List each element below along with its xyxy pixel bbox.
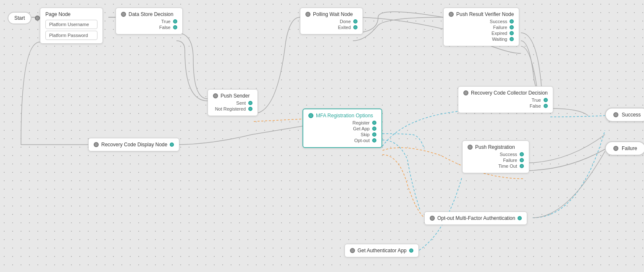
push-result-verifier-title: Push Result Verifier Node: [456, 11, 514, 17]
get-authenticator-node[interactable]: Get Authenticator App: [344, 244, 419, 257]
opt-out-mfa-output-dot: [518, 216, 522, 220]
push-sender-input-dot: [213, 93, 218, 98]
pr-timeout-port: Time Out: [468, 164, 524, 169]
push-registration-node[interactable]: Push Registration Success Failure Time O…: [462, 140, 529, 173]
data-store-decision-title: Data Store Decision: [129, 11, 173, 17]
page-node[interactable]: Page Node Platform Username Platform Pas…: [40, 8, 103, 44]
polling-exited-port: Exited: [305, 25, 357, 30]
rcc-false-port: False: [463, 103, 548, 108]
push-sender-ports: Sent Not Registered: [213, 100, 252, 111]
data-store-decision-node[interactable]: Data Store Decision True False: [116, 8, 183, 34]
platform-password-field: Platform Password: [45, 31, 97, 40]
polling-wait-input-dot: [305, 12, 310, 17]
push-result-input-dot: [449, 12, 454, 17]
mfa-register-port: Register: [308, 120, 376, 125]
mfa-ports: Register Get App Skip Opt-out: [308, 120, 376, 143]
get-auth-output-dot: [409, 248, 413, 253]
pr-success-port: Success: [468, 152, 524, 157]
rcc-true-port: True: [463, 98, 548, 103]
mfa-get-app-port: Get App: [308, 126, 376, 131]
push-sender-sent-port: Sent: [213, 100, 252, 106]
polling-done-port: Done: [305, 19, 357, 24]
opt-out-mfa-title: Opt-out Multi-Factor Authentication: [437, 215, 515, 221]
recovery-code-collector-ports: True False: [463, 98, 548, 108]
polling-wait-node[interactable]: Polling Wait Node Done Exited: [300, 8, 363, 34]
mfa-skip-port: Skip: [308, 132, 376, 137]
mfa-opt-out-dot: [372, 138, 376, 143]
mfa-skip-dot: [372, 132, 376, 137]
mfa-registration-node[interactable]: MFA Registration Options Register Get Ap…: [302, 108, 382, 148]
push-result-failure-dot: [510, 25, 514, 29]
opt-out-mfa-input-dot: [430, 216, 435, 221]
rcd-title: Recovery Code Display Node: [101, 142, 167, 148]
recovery-code-collector-input-dot: [463, 90, 468, 95]
push-result-expired-port: Expired: [449, 31, 514, 36]
push-sender-node[interactable]: Push Sender Sent Not Registered: [208, 89, 258, 116]
start-output-dot: [35, 16, 40, 21]
push-registration-input-dot: [468, 145, 473, 150]
push-registration-title: Push Registration: [475, 144, 515, 150]
recovery-code-display-node[interactable]: Recovery Code Display Node: [88, 138, 179, 151]
data-store-false-dot: [173, 25, 177, 29]
get-auth-input-dot: [350, 248, 355, 253]
page-node-fields: Platform Username Platform Password: [45, 20, 97, 40]
rcc-true-dot: [544, 98, 548, 102]
failure-terminal: Failure: [605, 141, 644, 156]
pr-failure-port: Failure: [468, 158, 524, 163]
push-sender-not-registered-dot: [248, 107, 252, 111]
push-result-success-dot: [510, 19, 514, 24]
pr-success-dot: [520, 152, 524, 156]
recovery-code-collector-node[interactable]: Recovery Code Collector Decision True Fa…: [458, 86, 553, 113]
pr-timeout-dot: [520, 164, 524, 168]
push-result-verifier-node[interactable]: Push Result Verifier Node Success Failur…: [443, 8, 519, 46]
opt-out-mfa-node[interactable]: Opt-out Multi-Factor Authentication: [424, 211, 527, 225]
recovery-code-collector-title: Recovery Code Collector Decision: [471, 90, 548, 96]
data-store-input-dot: [121, 12, 126, 17]
mfa-get-app-dot: [372, 127, 376, 131]
mfa-input-dot: [308, 113, 313, 118]
rcd-output-dot: [170, 143, 174, 147]
push-result-waiting-port: Waiting: [449, 37, 514, 42]
success-input-dot: [613, 112, 618, 117]
success-label: Success: [622, 112, 641, 118]
page-node-title: Page Node: [45, 11, 97, 17]
push-sender-title: Push Sender: [221, 93, 250, 99]
push-sender-not-registered-port: Not Registered: [213, 106, 252, 111]
data-store-true-dot: [173, 19, 177, 24]
svg-line-3: [254, 119, 302, 121]
start-label: Start: [8, 12, 32, 24]
failure-label: Failure: [622, 145, 637, 151]
push-result-failure-port: Failure: [449, 25, 514, 30]
polling-wait-title: Polling Wait Node: [313, 11, 353, 17]
data-store-true-port: True: [121, 19, 177, 24]
success-terminal: Success: [605, 108, 644, 122]
push-result-success-port: Success: [449, 19, 514, 24]
mfa-register-dot: [372, 121, 376, 125]
push-registration-ports: Success Failure Time Out: [468, 152, 524, 169]
polling-done-dot: [353, 19, 357, 24]
get-auth-title: Get Authenticator App: [357, 248, 407, 254]
mfa-opt-out-port: Opt-out: [308, 138, 376, 143]
rcc-false-dot: [544, 104, 548, 108]
polling-wait-ports: Done Exited: [305, 19, 357, 30]
push-result-ports: Success Failure Expired Waiting: [449, 19, 514, 42]
rcd-input-dot: [94, 142, 99, 147]
platform-username-field: Platform Username: [45, 20, 97, 29]
push-sender-sent-dot: [248, 101, 252, 105]
data-store-false-port: False: [121, 25, 177, 30]
pr-failure-dot: [520, 158, 524, 162]
polling-exited-dot: [353, 25, 357, 29]
push-result-waiting-dot: [510, 37, 514, 41]
mfa-title: MFA Registration Options: [316, 113, 373, 119]
failure-input-dot: [613, 146, 618, 151]
data-store-ports: True False: [121, 19, 177, 30]
push-result-expired-dot: [510, 31, 514, 35]
